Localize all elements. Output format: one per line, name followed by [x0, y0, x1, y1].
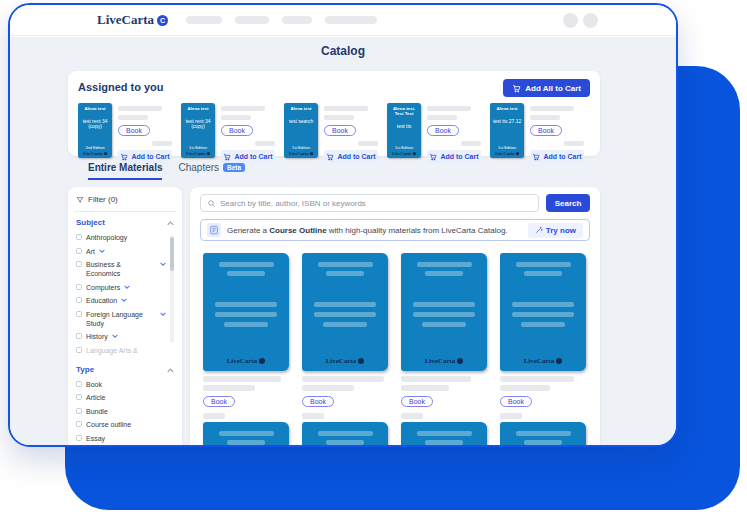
checkbox[interactable]: [76, 381, 82, 387]
chevron-up-icon[interactable]: [167, 368, 174, 373]
book-type-badge[interactable]: Book: [221, 125, 253, 136]
filter-section-type[interactable]: Type: [76, 365, 174, 374]
page: LiveCarta C Catalog Assigned to you: [0, 0, 747, 514]
filter-option[interactable]: Computers: [76, 283, 166, 292]
book-cover[interactable]: [302, 422, 388, 447]
filter-option-label: Language Arts &: [86, 346, 138, 355]
cart-icon: [326, 153, 334, 161]
chevron-down-icon[interactable]: [124, 285, 130, 289]
book-type-badge[interactable]: Book: [530, 125, 562, 136]
search-button[interactable]: Search: [546, 194, 590, 212]
book-type-badge[interactable]: Book: [427, 125, 459, 136]
cover-title: test rent 34 (copy): [183, 118, 214, 129]
assigned-card: Alena test, Test Test test tts 1st Editi…: [387, 103, 481, 163]
title-placeholder: [500, 385, 550, 391]
book-type-badge[interactable]: Book: [118, 125, 150, 136]
filter-option[interactable]: Foreign Language Study: [76, 310, 166, 328]
book-cover[interactable]: Alena test test rent 34 (copy) 1st Editi…: [181, 103, 215, 158]
book-cover[interactable]: LiveCarta: [500, 253, 586, 371]
chevron-down-icon[interactable]: [160, 262, 166, 266]
chevron-up-icon[interactable]: [167, 221, 174, 226]
filter-option[interactable]: Course outline: [76, 420, 174, 429]
checkbox[interactable]: [76, 234, 82, 240]
beta-badge: Beta: [223, 163, 245, 172]
filter-header[interactable]: Filter (0): [76, 195, 174, 204]
cover-title: test search: [289, 118, 313, 124]
chevron-down-icon[interactable]: [160, 312, 166, 316]
cart-icon: [512, 84, 521, 93]
book-type-badge[interactable]: Book: [401, 396, 433, 407]
logo-text: LiveCarta: [97, 12, 154, 28]
checkbox[interactable]: [76, 408, 82, 414]
add-all-to-cart-button[interactable]: Add All to Cart: [503, 79, 590, 97]
tab-entire-materials[interactable]: Entire Materials: [88, 162, 162, 180]
book-cover[interactable]: [401, 422, 487, 447]
checkbox[interactable]: [76, 421, 82, 427]
title-placeholder: [203, 385, 255, 391]
book-type-badge[interactable]: Book: [500, 396, 532, 407]
cover-edition: 2nd Edition: [85, 146, 104, 150]
filter-option[interactable]: Bundle: [76, 407, 174, 416]
chevron-down-icon[interactable]: [121, 298, 127, 302]
filter-option-label: Foreign Language Study: [86, 310, 156, 328]
book-cover[interactable]: [203, 422, 289, 447]
scrollbar-thumb[interactable]: [170, 237, 174, 271]
book-type-badge[interactable]: Book: [324, 125, 356, 136]
checkbox[interactable]: [76, 297, 82, 303]
checkbox[interactable]: [76, 333, 82, 339]
filter-option[interactable]: Book: [76, 380, 174, 389]
assigned-card: Alena test test search 1st Edition LiveC…: [284, 103, 378, 163]
book-cover[interactable]: Alena test test tts 27.12 1st Edition Li…: [490, 103, 524, 158]
chevron-down-icon[interactable]: [99, 249, 105, 253]
checkbox[interactable]: [76, 394, 82, 400]
filter-section-subject[interactable]: Subject: [76, 218, 174, 227]
checkbox[interactable]: [76, 248, 82, 254]
filter-option[interactable]: Art: [76, 247, 166, 256]
filter-sidebar: Filter (0) Subject Anthropology Art Busi…: [68, 187, 182, 447]
book-cover[interactable]: [500, 422, 586, 447]
try-now-button[interactable]: Try now: [528, 223, 583, 238]
filter-option-label: Anthropology: [86, 233, 127, 242]
book-cover[interactable]: Alena test test rent 34 (copy) 2nd Editi…: [78, 103, 112, 158]
checkbox[interactable]: [76, 435, 82, 441]
book-cover[interactable]: LiveCarta: [401, 253, 487, 371]
subject-scrollbar[interactable]: [170, 235, 174, 343]
brand-dot-icon: [516, 152, 519, 155]
book-cover[interactable]: Alena test test search 1st Edition LiveC…: [284, 103, 318, 158]
try-now-label: Try now: [546, 226, 576, 235]
checkbox[interactable]: [76, 311, 82, 317]
checkbox[interactable]: [76, 261, 82, 267]
checkbox[interactable]: [76, 284, 82, 290]
cover-title-placeholder: [227, 271, 265, 276]
checkbox[interactable]: [76, 347, 82, 353]
avatar-placeholder: [583, 13, 598, 28]
filter-option[interactable]: History: [76, 332, 166, 341]
add-to-cart-button[interactable]: Add to Cart: [427, 150, 481, 163]
brand-dot-icon: [259, 358, 265, 364]
book-cover[interactable]: LiveCarta: [203, 253, 289, 371]
tab-chapters[interactable]: Chapters Beta: [178, 162, 245, 178]
cover-title-placeholder: [318, 431, 373, 436]
price-placeholder: [203, 413, 225, 419]
cover-title-placeholder: [425, 271, 463, 276]
filter-option[interactable]: Essay: [76, 434, 174, 443]
filter-option[interactable]: Business & Economics: [76, 260, 166, 278]
chevron-down-icon[interactable]: [112, 334, 118, 338]
add-to-cart-button[interactable]: Add to Cart: [324, 150, 378, 163]
filter-funnel-icon: [76, 196, 84, 204]
filter-option[interactable]: Article: [76, 393, 174, 402]
book-cover[interactable]: LiveCarta: [302, 253, 388, 371]
filter-option[interactable]: Anthropology: [76, 233, 166, 242]
brand-dot-icon: [556, 358, 562, 364]
cover-edition: 1st Edition: [292, 146, 310, 150]
book-type-badge[interactable]: Book: [302, 396, 334, 407]
filter-option[interactable]: Language Arts &: [76, 346, 166, 355]
book-cover[interactable]: Alena test, Test Test test tts 1st Editi…: [387, 103, 421, 158]
brand-dot-icon: [104, 152, 107, 155]
text-placeholder: [324, 106, 368, 111]
nav-placeholder: [282, 16, 312, 24]
search-input[interactable]: [220, 199, 532, 208]
book-type-badge[interactable]: Book: [203, 396, 235, 407]
filter-option[interactable]: Education: [76, 296, 166, 305]
add-to-cart-button[interactable]: Add to Cart: [530, 150, 584, 163]
